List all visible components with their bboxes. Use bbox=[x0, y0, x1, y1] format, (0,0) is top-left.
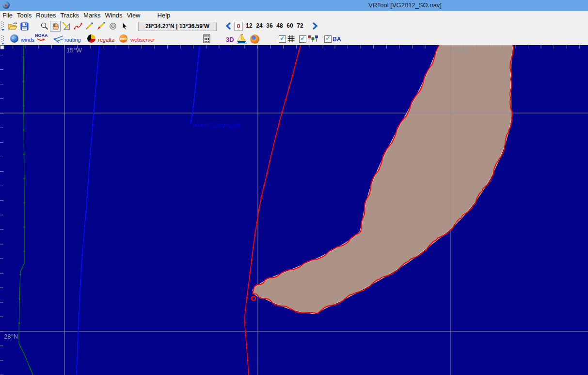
grid-overlay-checkbox[interactable]: ✓ bbox=[279, 35, 286, 43]
toolbar-gripper-arrow[interactable] bbox=[1, 29, 4, 31]
track-green-point bbox=[19, 274, 21, 276]
time-step-back-button[interactable] bbox=[225, 22, 232, 30]
marker-pen-tool-button[interactable] bbox=[95, 21, 106, 32]
track-blue-left-point bbox=[84, 226, 85, 227]
chevron-left-icon bbox=[227, 23, 230, 29]
window-title: VRTool [VG2012_SO.nav] bbox=[368, 1, 442, 9]
zoom-tool-button[interactable] bbox=[39, 21, 50, 32]
open-file-button[interactable] bbox=[7, 21, 18, 32]
winds-button-label[interactable]: winds bbox=[21, 37, 34, 43]
time-step-forward-button[interactable] bbox=[312, 22, 318, 30]
measure-divider-tool-button[interactable] bbox=[61, 21, 72, 32]
track-blue-left-point bbox=[77, 342, 79, 343]
track-blue-left-point bbox=[80, 269, 82, 271]
track-green-point bbox=[24, 251, 25, 252]
time-step-12[interactable]: 12 bbox=[246, 22, 253, 29]
webserver-icon[interactable]: web bbox=[119, 34, 127, 43]
map-canvas[interactable]: 15°W14°W28°Nnoone01_zegluj_net bbox=[0, 45, 588, 375]
track-green-point bbox=[23, 81, 24, 82]
track-green-point bbox=[23, 105, 24, 107]
toolbar-gripper-2[interactable] bbox=[1, 35, 4, 42]
toolbar-row-modules: winds NOAA routing regatta web webserver bbox=[0, 33, 588, 45]
track-blue-left-point bbox=[86, 196, 88, 198]
menu-tracks[interactable]: Tracks bbox=[58, 11, 81, 20]
menu-routes[interactable]: Routes bbox=[33, 11, 58, 20]
regatta-button-label[interactable]: regatta bbox=[98, 37, 114, 43]
track-red-point bbox=[245, 335, 246, 336]
ba-overlay-checkbox[interactable]: ✓ bbox=[324, 35, 332, 43]
track-green-point bbox=[23, 154, 25, 155]
noaa-button[interactable]: NOAA bbox=[35, 33, 48, 43]
route-curve-icon bbox=[74, 22, 82, 30]
track-red-point bbox=[244, 322, 245, 324]
ba-overlay-label: BA bbox=[333, 36, 341, 43]
webserver-button-label[interactable]: webserver bbox=[130, 37, 155, 43]
menu-file[interactable]: File bbox=[0, 11, 15, 20]
marks-icon bbox=[307, 35, 318, 45]
track-red-point bbox=[266, 172, 268, 174]
edit-route-tool-button[interactable] bbox=[73, 21, 83, 32]
track-blue-left-point bbox=[95, 81, 97, 82]
track-red-point bbox=[295, 63, 296, 64]
track-blue-boat-point bbox=[199, 48, 200, 49]
webserver-icon-text: web bbox=[120, 37, 127, 40]
track-blue-left-point bbox=[92, 124, 94, 126]
track-green-point bbox=[30, 369, 32, 370]
track-blue-left-point bbox=[81, 255, 83, 256]
toolbar-gripper[interactable] bbox=[1, 21, 4, 28]
track-red-point bbox=[260, 197, 262, 198]
marker-pen-icon bbox=[96, 22, 105, 31]
regatta-icon[interactable] bbox=[87, 34, 95, 43]
grid-icon bbox=[287, 35, 295, 44]
track-blue-left-point bbox=[79, 284, 81, 285]
open-folder-icon bbox=[8, 22, 17, 31]
routing-arrows-icon[interactable] bbox=[52, 35, 64, 45]
time-step-24[interactable]: 24 bbox=[256, 22, 263, 29]
map-corner-marker bbox=[0, 46, 4, 49]
time-step-current[interactable]: 0 bbox=[234, 22, 243, 31]
pan-hand-tool-button[interactable] bbox=[50, 21, 61, 32]
3d-view-button[interactable]: 3D bbox=[226, 36, 234, 43]
track-red-point bbox=[292, 75, 293, 76]
save-button[interactable] bbox=[19, 21, 30, 32]
magnifier-icon bbox=[40, 22, 49, 31]
toolbar-gripper-arrow-2[interactable] bbox=[1, 43, 4, 45]
target-tool-button[interactable] bbox=[108, 21, 118, 32]
track-red-point bbox=[275, 136, 276, 137]
noaa-label: NOAA bbox=[35, 33, 48, 38]
track-blue-left-point bbox=[97, 66, 98, 67]
track-green-point bbox=[19, 298, 20, 300]
track-blue-left-point bbox=[90, 153, 91, 155]
track-red-point bbox=[253, 247, 254, 248]
menu-marks[interactable]: Marks bbox=[81, 11, 102, 20]
track-blue-boat-point bbox=[196, 77, 197, 79]
firefox-icon[interactable] bbox=[250, 34, 259, 44]
time-step-48[interactable]: 48 bbox=[276, 22, 283, 29]
toolbar-row-main: 28°34.27'N | 13°36.59'W 0 122436486072 bbox=[0, 20, 588, 33]
routing-button-label[interactable]: routing bbox=[64, 37, 81, 43]
pen-tool-button[interactable] bbox=[84, 21, 95, 32]
track-red-point bbox=[298, 50, 300, 52]
menu-view[interactable]: View bbox=[125, 11, 143, 20]
track-red-point bbox=[269, 160, 270, 162]
track-blue-boat-point bbox=[195, 84, 196, 86]
time-step-72[interactable]: 72 bbox=[297, 22, 303, 29]
track-blue-boat-point bbox=[191, 120, 192, 122]
winds-globe-icon[interactable] bbox=[10, 34, 18, 43]
menu-tools[interactable]: Tools bbox=[15, 11, 33, 20]
marks-overlay-checkbox[interactable]: ✓ bbox=[299, 35, 306, 43]
menu-help[interactable]: Help bbox=[155, 11, 173, 20]
app-icon[interactable] bbox=[2, 1, 10, 9]
time-step-36[interactable]: 36 bbox=[266, 22, 273, 29]
track-blue-boat-point bbox=[197, 63, 199, 64]
grid-label: 14°W bbox=[453, 47, 469, 54]
sailboat-icon[interactable] bbox=[236, 33, 248, 46]
calculator-icon[interactable] bbox=[203, 34, 210, 45]
map-viewport[interactable]: 15°W14°W28°Nnoone01_zegluj_net bbox=[0, 45, 588, 375]
set-square-pencil-icon bbox=[62, 22, 71, 31]
time-step-60[interactable]: 60 bbox=[286, 22, 293, 29]
track-red-point bbox=[249, 272, 251, 273]
pointer-tool-button[interactable] bbox=[119, 21, 130, 32]
time-steps: 122436486072 bbox=[246, 22, 303, 29]
menu-winds[interactable]: Winds bbox=[102, 11, 124, 20]
